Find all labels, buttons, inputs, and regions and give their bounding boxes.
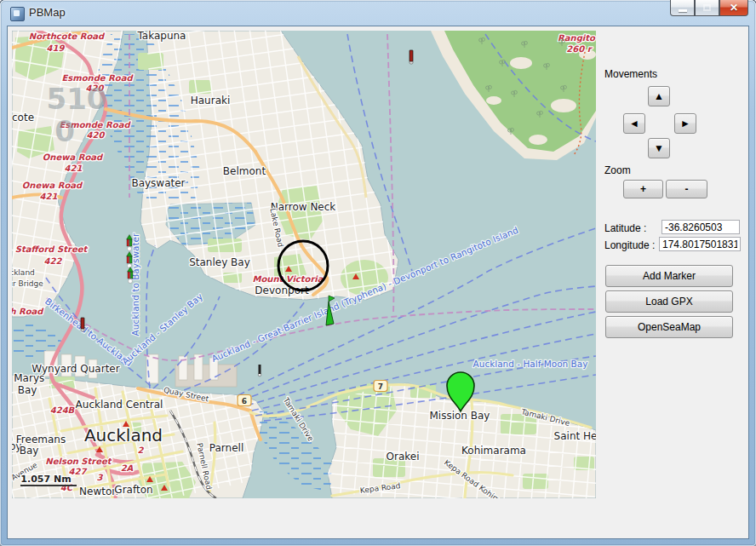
- map-label: Nelson Street: [45, 457, 112, 466]
- map-label: ur Bridge: [12, 279, 43, 288]
- map-label: ckland: [12, 268, 35, 277]
- map-canvas[interactable]: TakapunaHaurakiBayswaterBelmontNarrow Ne…: [12, 31, 596, 498]
- map-label: Northcote Road: [29, 32, 106, 41]
- map-label: Mission Bay: [430, 410, 490, 422]
- movements-label: Movements: [604, 68, 657, 80]
- map-label: Orakei: [387, 451, 420, 463]
- longitude-label: Longitude :: [604, 239, 655, 251]
- beacon-red-icon: [81, 318, 84, 331]
- map-label: 427: [69, 467, 88, 476]
- map-label: Belmont: [223, 165, 266, 177]
- map-label: 421: [65, 164, 83, 173]
- map-label: Rangito: [558, 33, 596, 43]
- map-label: 420: [87, 130, 106, 140]
- move-down-button[interactable]: ▼: [648, 138, 670, 158]
- latitude-input[interactable]: [662, 220, 740, 234]
- maximize-button[interactable]: [695, 0, 719, 16]
- zoom-in-button[interactable]: +: [623, 180, 663, 198]
- map-label: Saint He: [554, 430, 596, 442]
- add-marker-button[interactable]: Add Marker: [605, 265, 733, 287]
- openseamap-button[interactable]: OpenSeaMap: [605, 316, 733, 338]
- map-label: Stanley Bay: [189, 256, 250, 268]
- client-area: TakapunaHaurakiBayswaterBelmontNarrow Ne…: [7, 26, 749, 539]
- map-label: 424B: [50, 405, 76, 415]
- map-label: Kohimarama: [461, 445, 526, 457]
- move-left-button[interactable]: ◄: [623, 113, 645, 134]
- map-label: Wynyard Quarter: [32, 363, 119, 375]
- close-icon: ✕: [730, 2, 738, 14]
- minimize-icon: [679, 9, 687, 12]
- map-label: cote: [12, 112, 34, 124]
- title-bar[interactable]: PBMap ✕: [0, 0, 756, 26]
- map-label: Bay: [18, 384, 37, 396]
- move-right-button[interactable]: ►: [674, 113, 696, 134]
- route-shield-number: 6: [242, 397, 247, 405]
- load-gpx-button[interactable]: Load GPX: [605, 290, 733, 313]
- map-label: Auckland - Half Moon Bay: [473, 359, 588, 369]
- beacon-red-icon: [410, 50, 413, 64]
- map-label: 419: [47, 43, 66, 53]
- map-label: Onewa Road: [22, 181, 83, 190]
- map-label: 2: [138, 445, 145, 455]
- route-shield-number: 7: [378, 382, 383, 391]
- map-label: Parnell: [209, 442, 243, 454]
- map-label: Mount Victoria: [253, 274, 324, 284]
- map-label: Auckland Central: [76, 399, 163, 411]
- map-label: 0: [54, 114, 75, 148]
- longitude-input[interactable]: [659, 237, 741, 251]
- app-icon: [10, 7, 25, 21]
- map-label: Newton: [79, 486, 118, 497]
- zoom-out-button[interactable]: -: [666, 180, 707, 198]
- map-label: Hauraki: [191, 95, 231, 106]
- map-label: Onewa Road: [43, 152, 104, 162]
- map-label: 260 r: [566, 44, 593, 54]
- map-label: 421: [40, 192, 58, 201]
- map-label: 2A: [121, 463, 134, 473]
- close-button[interactable]: ✕: [719, 0, 748, 16]
- map-label: Bayswater: [131, 177, 185, 189]
- latitude-label: Latitude :: [604, 222, 646, 234]
- app-window: PBMap ✕: [0, 0, 756, 546]
- window-title: PBMap: [29, 6, 66, 19]
- map-label: Grafton: [114, 484, 152, 496]
- minimize-button[interactable]: [670, 0, 695, 16]
- map-label: Stafford Street: [15, 244, 89, 254]
- map-label: Takapuna: [137, 31, 186, 42]
- maximize-icon: [703, 4, 711, 11]
- map-label: 422: [44, 256, 63, 266]
- beacon-black-icon: [258, 365, 261, 376]
- move-up-button[interactable]: ▲: [648, 86, 670, 106]
- map-label: Narrow Neck: [271, 201, 336, 213]
- scale-bar: 1.057 Nm: [20, 474, 77, 486]
- map-label: 510: [47, 82, 107, 116]
- map-label: 3: [97, 473, 104, 482]
- map-label: ch Road: [12, 307, 44, 316]
- map-label: t Marys: [12, 372, 44, 384]
- map-label: Freemans: [16, 434, 66, 445]
- scale-label: 1.057 Nm: [20, 474, 71, 485]
- zoom-label: Zoom: [604, 164, 631, 176]
- map-label: Auckland to Bayswater: [130, 233, 140, 336]
- map-label: Auckland: [84, 425, 163, 445]
- map-label: Bay: [20, 445, 39, 457]
